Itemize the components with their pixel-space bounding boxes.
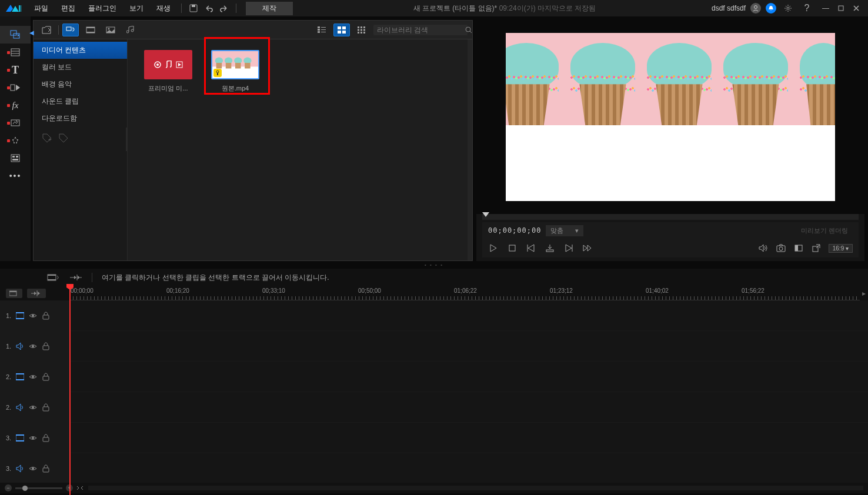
menu-play[interactable]: 재생 (151, 1, 176, 16)
track-head[interactable]: 1. (0, 300, 69, 330)
track-head[interactable]: 2. (0, 392, 69, 422)
track-toggle-1[interactable] (6, 289, 22, 298)
eye-icon[interactable] (29, 434, 37, 442)
eye-icon[interactable] (29, 312, 37, 320)
settings-icon[interactable] (781, 1, 795, 15)
user-avatar-icon[interactable] (750, 3, 761, 14)
eye-icon[interactable] (29, 373, 37, 381)
zoom-thumb[interactable] (22, 486, 28, 491)
aspect-ratio[interactable]: 16:9 ▾ (829, 244, 853, 253)
volume-icon[interactable] (758, 243, 769, 253)
track-body[interactable] (69, 453, 868, 483)
tag-add-icon[interactable]: + (42, 133, 52, 143)
timeline-ruler[interactable]: 00;00;00 00;16;20 00;33;10 00;50;00 01;0… (69, 286, 860, 300)
stop-icon[interactable] (507, 243, 518, 253)
media-scrollbar[interactable] (468, 39, 472, 260)
popout-icon[interactable] (811, 243, 822, 253)
rail-overlay-icon[interactable] (0, 114, 31, 132)
menu-edit[interactable]: 편집 (55, 1, 81, 16)
track-head[interactable]: 3. (0, 423, 69, 453)
svg-point-110 (32, 376, 34, 378)
filter-audio-icon[interactable] (122, 24, 139, 36)
rail-more-icon[interactable]: ••• (0, 167, 31, 185)
sidebar-item-color-board[interactable]: 컬러 보드 (34, 59, 127, 76)
notification-icon[interactable] (766, 3, 776, 14)
track-body[interactable] (69, 392, 868, 422)
sidebar-item-sound-clip[interactable]: 사운드 클립 (34, 93, 127, 110)
search-input[interactable] (377, 26, 465, 34)
import-icon[interactable] (38, 24, 55, 36)
maximize-icon[interactable] (834, 1, 848, 15)
rail-particle-icon[interactable] (0, 132, 31, 149)
save-icon[interactable] (186, 1, 201, 15)
menu-view[interactable]: 보기 (123, 1, 149, 16)
track-head[interactable]: 3. (0, 453, 69, 483)
sidebar-item-media-content[interactable]: 미디어 컨텐츠 (34, 42, 127, 59)
fit-select[interactable]: 맞춤▾ (546, 225, 583, 236)
view-list-icon[interactable] (313, 24, 330, 36)
zoom-out-icon[interactable]: − (5, 484, 12, 491)
snapshot-icon[interactable] (776, 243, 786, 253)
lock-icon[interactable] (42, 312, 50, 320)
rail-template-icon[interactable] (0, 149, 31, 167)
panel-resize-handle[interactable]: • • • • (0, 262, 868, 267)
playhead[interactable] (69, 286, 71, 495)
lock-icon[interactable] (42, 434, 50, 442)
preview-scrubber[interactable] (482, 214, 859, 220)
sidebar-item-downloads[interactable]: 다운로드함 (34, 110, 127, 127)
preview-render-button[interactable]: 미리보기 렌더링 (796, 225, 853, 236)
track-body[interactable] (69, 362, 868, 392)
track-body[interactable] (69, 331, 868, 361)
redo-icon[interactable] (217, 1, 231, 15)
track-body[interactable] (69, 300, 868, 330)
help-icon[interactable]: ? (800, 1, 814, 15)
track-body[interactable] (69, 423, 868, 453)
scrub-marker[interactable] (482, 212, 489, 217)
close-icon[interactable] (849, 1, 863, 15)
timeline-view-icon[interactable] (47, 273, 60, 282)
rail-transition-icon[interactable] (0, 79, 31, 96)
prev-frame-icon[interactable] (526, 243, 536, 253)
dock-icon[interactable] (793, 243, 804, 253)
search-icon[interactable] (465, 26, 472, 34)
minimize-icon[interactable]: — (819, 1, 833, 15)
fast-forward-icon[interactable] (582, 243, 593, 253)
eye-icon[interactable] (29, 403, 37, 412)
preview-viewport[interactable] (476, 20, 864, 214)
lock-icon[interactable] (42, 342, 50, 350)
play-icon[interactable] (488, 243, 499, 253)
eye-icon[interactable] (29, 342, 37, 350)
track-head[interactable]: 2. (0, 362, 69, 392)
filter-image-icon[interactable] (102, 24, 119, 36)
menu-file[interactable]: 파일 (28, 1, 54, 16)
filter-media-icon[interactable] (62, 24, 79, 36)
rail-media-icon[interactable]: ◀ (0, 26, 31, 44)
track-toggle-2[interactable] (27, 289, 46, 298)
search-box[interactable] (373, 25, 468, 35)
media-item-video[interactable]: 원본.mp4 (209, 50, 262, 93)
lock-icon[interactable] (42, 464, 50, 473)
sidebar-item-bgm[interactable]: 배경 음악 (34, 76, 127, 93)
view-detail-icon[interactable] (353, 24, 370, 36)
undo-icon[interactable] (202, 1, 216, 15)
timeline-split-icon[interactable] (69, 273, 82, 282)
tag-icon[interactable] (58, 133, 69, 143)
zoom-slider[interactable] (15, 487, 62, 489)
eye-icon[interactable] (29, 464, 37, 473)
rail-board-icon[interactable] (0, 44, 31, 61)
lock-icon[interactable] (42, 373, 50, 381)
zoom-fit-icon[interactable] (76, 484, 84, 491)
produce-button[interactable]: 제작 (246, 2, 293, 15)
rail-text-icon[interactable]: T (0, 61, 31, 79)
rail-effects-icon[interactable]: fx (0, 96, 31, 114)
track-head[interactable]: 1. (0, 331, 69, 361)
timeline-scrollbar[interactable] (88, 486, 863, 490)
take-snapshot-icon[interactable] (545, 243, 555, 253)
view-grid-icon[interactable] (333, 24, 350, 36)
lock-icon[interactable] (42, 403, 50, 412)
menu-plugin[interactable]: 플러그인 (82, 1, 122, 16)
filter-video-icon[interactable] (82, 24, 99, 36)
next-frame-icon[interactable] (563, 243, 574, 253)
media-item-premium[interactable]: 프리미엄 미... (142, 50, 195, 93)
ruler-scroll-right[interactable]: ▸ (860, 286, 868, 300)
